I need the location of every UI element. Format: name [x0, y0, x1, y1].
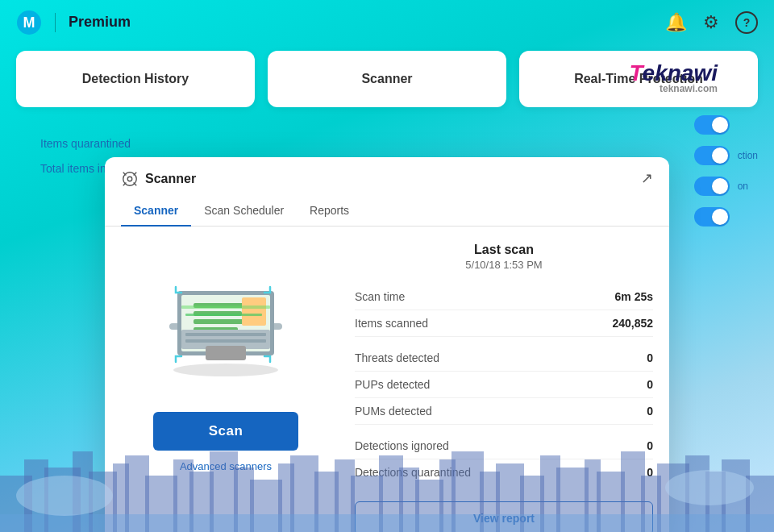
modal-tabs: Scanner Scan Scheduler Reports — [105, 196, 669, 227]
svg-rect-18 — [185, 333, 266, 336]
scanner-target-icon — [121, 170, 139, 188]
modal-title: Scanner — [145, 172, 196, 186]
svg-point-61 — [16, 476, 113, 516]
modal-title-area: Scanner — [121, 170, 196, 188]
stat-pups: PUPs detected 0 — [355, 372, 653, 398]
real-time-protection-card[interactable]: Real-Time Protection — [519, 51, 758, 107]
toggle-1[interactable] — [694, 115, 730, 135]
malwarebytes-logo: M — [16, 10, 42, 35]
minimize-icon[interactable]: ↙ — [641, 170, 653, 188]
toggle-label-protection: ction — [738, 150, 758, 161]
svg-rect-15 — [242, 297, 266, 326]
laptop-illustration — [137, 243, 314, 404]
svg-point-21 — [173, 364, 278, 376]
tab-scan-scheduler[interactable]: Scan Scheduler — [191, 196, 297, 227]
svg-rect-16 — [181, 305, 270, 309]
svg-rect-20 — [206, 346, 246, 360]
svg-text:M: M — [23, 15, 35, 31]
help-icon[interactable]: ? — [735, 11, 758, 34]
stat-pums: PUMs detected 0 — [355, 398, 653, 425]
toggle-4[interactable] — [694, 207, 730, 227]
detection-history-card[interactable]: Detection History — [16, 51, 255, 107]
topbar-icons: 🔔 ⚙ ? — [665, 11, 758, 34]
topbar: M Premium 🔔 ⚙ ? — [0, 0, 774, 44]
scanner-card[interactable]: Scanner — [268, 51, 506, 107]
toggle-row-3: on — [694, 177, 758, 196]
modal-header: Scanner ↙ — [105, 157, 669, 188]
toggle-row-2: ction — [694, 146, 758, 165]
svg-rect-13 — [194, 319, 246, 324]
cityscape-svg — [0, 427, 774, 532]
last-scan-date: 5/10/18 1:53 PM — [355, 259, 653, 271]
tab-reports[interactable]: Reports — [297, 196, 362, 227]
svg-rect-19 — [185, 339, 266, 343]
svg-point-62 — [665, 470, 754, 505]
laptop-svg — [137, 243, 314, 396]
stat-scan-time: Scan time 6m 25s — [355, 284, 653, 310]
cityscape — [0, 427, 774, 532]
logo-area: M Premium — [16, 10, 131, 35]
logo-divider — [55, 13, 56, 32]
tab-scanner[interactable]: Scanner — [121, 196, 191, 227]
svg-point-3 — [127, 177, 132, 181]
toggle-group: ction on — [694, 107, 758, 227]
last-scan-title: Last scan — [355, 243, 653, 257]
items-quarantined-label: Items quarantined — [40, 131, 734, 156]
settings-icon[interactable]: ⚙ — [703, 12, 719, 33]
toggle-2[interactable] — [694, 146, 730, 165]
svg-rect-22 — [185, 314, 262, 316]
stat-threats: Threats detected 0 — [355, 345, 653, 372]
toggle-label-on: on — [738, 181, 748, 192]
svg-rect-60 — [0, 514, 774, 532]
app-title: Premium — [69, 14, 131, 31]
bell-icon[interactable]: 🔔 — [665, 12, 687, 33]
cards-row: Detection History Scanner Real-Time Prot… — [0, 51, 774, 107]
stat-gap-1 — [355, 337, 653, 345]
stat-items-scanned: Items scanned 240,852 — [355, 310, 653, 337]
toggle-3[interactable] — [694, 177, 730, 196]
